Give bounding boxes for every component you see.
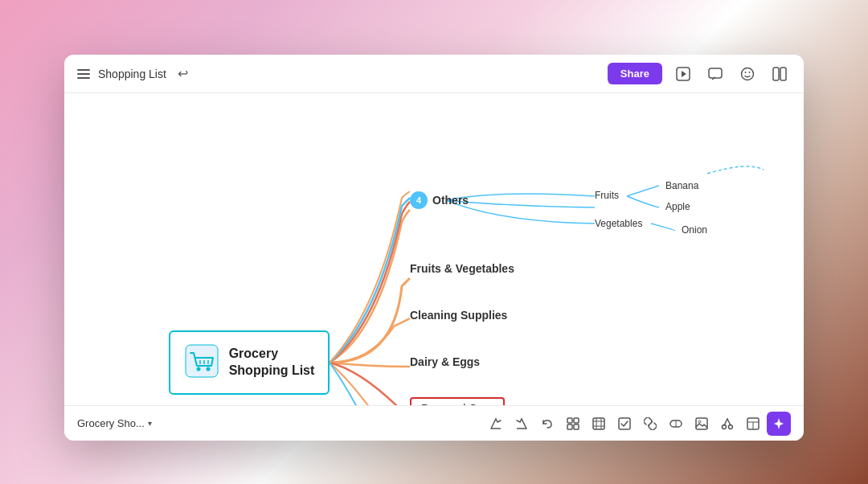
others-badge: 4 <box>410 191 428 209</box>
svg-line-32 <box>727 419 731 425</box>
doc-name-label: Grocery Sho... <box>77 417 145 429</box>
toolbar-icons <box>484 412 791 436</box>
top-bar: Shopping List ↩ Share <box>64 55 804 93</box>
central-node-title: Grocery Shopping List <box>229 346 315 379</box>
grid-icon[interactable] <box>561 412 585 436</box>
svg-rect-14 <box>567 418 572 423</box>
table-icon[interactable] <box>741 412 765 436</box>
svg-point-9 <box>196 367 200 371</box>
svg-rect-16 <box>567 425 572 429</box>
top-bar-right: Share <box>608 63 791 85</box>
svg-marker-1 <box>682 71 686 77</box>
svg-point-10 <box>206 367 210 371</box>
layout-icon[interactable] <box>768 63 791 85</box>
svg-point-4 <box>745 72 747 73</box>
svg-point-3 <box>742 68 754 80</box>
svg-line-24 <box>649 421 653 425</box>
emoji-icon[interactable] <box>736 63 759 85</box>
menu-icon[interactable] <box>77 69 90 79</box>
document-title: Shopping List <box>98 68 166 80</box>
bottom-toolbar: Grocery Sho... ▾ <box>64 405 804 441</box>
top-bar-left: Shopping List ↩ <box>77 66 188 81</box>
ai-sparkle-icon[interactable] <box>767 412 791 436</box>
hyperlink-icon[interactable] <box>664 412 688 436</box>
svg-rect-2 <box>709 68 722 78</box>
apple-label: Apple <box>665 201 690 212</box>
others-label: Others <box>432 194 469 207</box>
svg-point-28 <box>698 420 701 423</box>
share-button[interactable]: Share <box>608 63 662 84</box>
svg-rect-27 <box>696 418 707 429</box>
frame-icon[interactable] <box>587 412 611 436</box>
svg-rect-6 <box>773 68 779 80</box>
cleaning-node[interactable]: Cleaning Supplies <box>410 309 507 322</box>
play-icon[interactable] <box>672 63 694 85</box>
comment-icon[interactable] <box>704 63 727 85</box>
fruits-label: Fruits <box>595 190 619 201</box>
bottom-left: Grocery Sho... ▾ <box>77 417 152 429</box>
vegetables-label: Vegetables <box>595 218 642 229</box>
checkbox-icon[interactable] <box>612 412 637 436</box>
app-window: Shopping List ↩ Share <box>64 55 804 441</box>
cut-icon[interactable] <box>715 412 739 436</box>
undo-icon[interactable]: ↩ <box>178 66 188 81</box>
svg-rect-7 <box>780 68 786 80</box>
svg-rect-15 <box>574 418 579 423</box>
doc-name-button[interactable]: Grocery Sho... ▾ <box>77 417 152 429</box>
image-icon[interactable] <box>690 412 714 436</box>
svg-rect-17 <box>574 425 579 429</box>
personal-care-node[interactable]: Personal Care <box>410 397 505 405</box>
undo-toolbar-icon[interactable] <box>535 412 559 436</box>
central-title: Grocery Shopping List <box>229 346 315 379</box>
import-icon[interactable] <box>510 412 534 436</box>
canvas-area: Grocery Shopping List 4 Others Fruits Ba… <box>64 93 804 405</box>
svg-line-31 <box>724 419 727 425</box>
export-icon[interactable] <box>484 412 508 436</box>
others-node[interactable]: 4 Others <box>410 191 469 209</box>
link-icon[interactable] <box>638 412 662 436</box>
svg-rect-23 <box>619 418 630 429</box>
svg-rect-18 <box>593 418 604 429</box>
banana-label: Banana <box>665 180 698 191</box>
svg-point-5 <box>749 72 751 73</box>
onion-label: Onion <box>682 224 707 236</box>
chevron-down-icon: ▾ <box>148 419 152 428</box>
cart-icon <box>184 343 219 382</box>
fruits-veg-node[interactable]: Fruits & Vegetables <box>410 262 514 275</box>
dairy-node[interactable]: Dairy & Eggs <box>410 355 480 368</box>
central-node[interactable]: Grocery Shopping List <box>169 330 330 395</box>
